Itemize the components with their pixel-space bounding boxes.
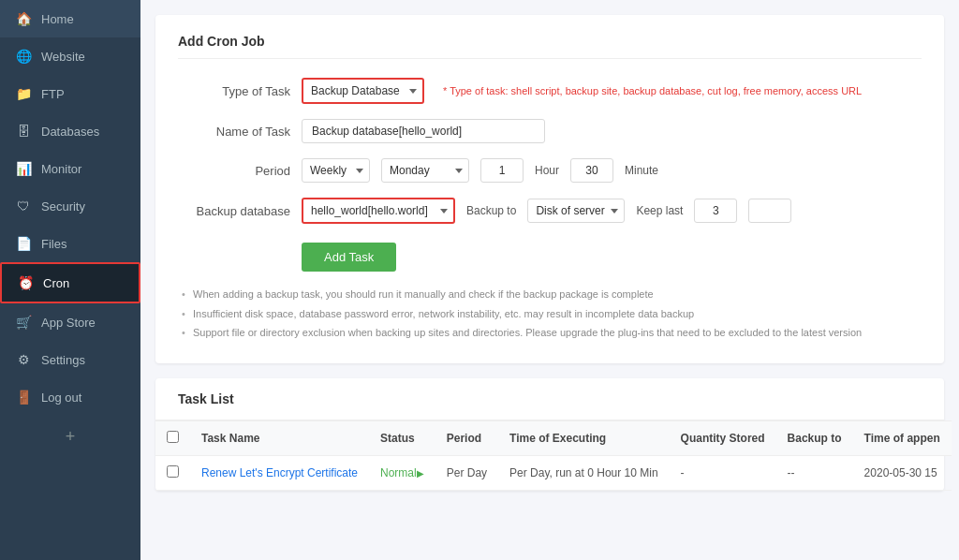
row-time-executing: Per Day, run at 0 Hour 10 Min (498, 455, 670, 490)
sidebar-item-appstore[interactable]: 🛒 App Store (0, 303, 140, 341)
sidebar-label-cron: Cron (43, 276, 69, 290)
name-of-task-row: Name of Task (178, 119, 922, 143)
sidebar-label-settings: Settings (41, 353, 85, 367)
sidebar-item-security[interactable]: 🛡 Security (0, 187, 140, 225)
ftp-icon: 📁 (15, 86, 32, 101)
period-minute-input[interactable] (570, 158, 613, 183)
sidebar-item-settings[interactable]: ⚙ Settings (0, 341, 140, 378)
keep-last-input[interactable] (694, 199, 737, 223)
backup-db-select-wrapper[interactable]: hello_world[hello.world] (302, 198, 455, 224)
sidebar-label-home: Home (41, 12, 74, 26)
backup-to-select[interactable]: Disk of server FTP AWS S3 (527, 199, 625, 223)
period-minute-label: Minute (625, 164, 658, 177)
table-header-row: Task NameStatusPeriodTime of ExecutingQu… (155, 420, 952, 455)
sidebar: 🏠 Home 🌐 Website 📁 FTP 🗄 Databases 📊 Mon… (0, 0, 140, 560)
logout-icon: 🚪 (15, 390, 32, 405)
keep-last-extra-input[interactable] (748, 199, 791, 223)
backup-to-label: Backup to (466, 204, 516, 217)
table-row: Renew Let's Encrypt Certificate Normal▶ … (155, 455, 952, 490)
note-item: Support file or directory exclusion when… (182, 325, 922, 341)
sidebar-label-appstore: App Store (41, 316, 96, 330)
cron-icon: ⏰ (17, 275, 34, 290)
backup-db-select[interactable]: hello_world[hello.world] (303, 199, 453, 222)
sidebar-item-website[interactable]: 🌐 Website (0, 37, 140, 75)
security-icon: 🛡 (15, 199, 32, 214)
appstore-icon: 🛒 (15, 315, 32, 330)
notes-list: When adding a backup task, you should ru… (178, 287, 922, 341)
files-icon: 📄 (15, 236, 32, 251)
sidebar-item-logout[interactable]: 🚪 Log out (0, 378, 140, 416)
sidebar-label-databases: Databases (41, 125, 99, 139)
period-weekly-select[interactable]: Weekly Daily Monthly (302, 158, 370, 183)
type-of-task-note: * Type of task: shell script, backup sit… (443, 85, 862, 96)
period-row: Period Weekly Daily Monthly Monday Tuesd… (178, 158, 922, 183)
table-header-0 (155, 420, 190, 455)
monitor-icon: 📊 (15, 161, 32, 176)
home-icon: 🏠 (15, 11, 32, 26)
add-task-button[interactable]: Add Task (302, 243, 396, 272)
period-hour-label: Hour (535, 164, 559, 177)
settings-icon: ⚙ (15, 352, 32, 367)
keep-last-label: Keep last (636, 204, 683, 217)
sidebar-item-cron[interactable]: ⏰ Cron (0, 262, 140, 303)
row-checkbox[interactable] (167, 465, 179, 478)
row-quantity-stored: - (670, 455, 776, 490)
note-item: When adding a backup task, you should ru… (182, 287, 922, 302)
period-label: Period (178, 164, 290, 178)
sidebar-label-website: Website (41, 50, 85, 64)
table-body: Renew Let's Encrypt Certificate Normal▶ … (155, 455, 952, 490)
period-day-select[interactable]: Monday Tuesday Wednesday Thursday Friday… (381, 158, 469, 183)
task-list-title: Task List (155, 378, 944, 420)
row-backup-to: -- (776, 455, 853, 490)
row-checkbox-cell[interactable] (155, 455, 190, 490)
main-content: Add Cron Job Type of Task Backup Databas… (140, 0, 959, 560)
databases-icon: 🗄 (15, 124, 32, 139)
type-of-task-label: Type of Task (178, 84, 290, 98)
add-cron-job-panel: Add Cron Job Type of Task Backup Databas… (155, 15, 944, 363)
sidebar-label-security: Security (41, 199, 85, 214)
sidebar-add-button[interactable]: + (0, 416, 140, 458)
table-header-6: Backup to (776, 420, 853, 455)
backup-database-row: Backup database hello_world[hello.world]… (178, 198, 922, 224)
task-list-panel: Task List Task NameStatusPeriodTime of E… (155, 378, 944, 491)
table-header-5: Quantity Stored (670, 420, 776, 455)
sidebar-label-files: Files (41, 237, 66, 251)
sidebar-label-monitor: Monitor (41, 162, 81, 176)
table-header-1: Task Name (190, 420, 369, 455)
note-item: Insufficient disk space, database passwo… (182, 306, 922, 322)
sidebar-item-databases[interactable]: 🗄 Databases (0, 112, 140, 150)
name-of-task-input[interactable] (302, 119, 545, 143)
sidebar-item-monitor[interactable]: 📊 Monitor (0, 150, 140, 187)
table-header-7: Time of appen (853, 420, 952, 455)
name-of-task-label: Name of Task (178, 125, 290, 139)
website-icon: 🌐 (15, 49, 32, 64)
task-table: Task NameStatusPeriodTime of ExecutingQu… (155, 420, 952, 491)
row-period: Per Day (435, 455, 498, 490)
table-header-4: Time of Executing (498, 420, 670, 455)
sidebar-item-home[interactable]: 🏠 Home (0, 0, 140, 37)
table-header-2: Status (369, 420, 435, 455)
sidebar-label-logout: Log out (41, 391, 81, 405)
select-all-checkbox[interactable] (167, 431, 179, 443)
sidebar-item-files[interactable]: 📄 Files (0, 225, 140, 262)
row-status: Normal▶ (369, 455, 435, 490)
type-of-task-row: Type of Task Backup Database Shell Scrip… (178, 78, 922, 104)
sidebar-item-ftp[interactable]: 📁 FTP (0, 75, 140, 112)
add-task-row: Add Task (178, 239, 922, 272)
row-time-append: 2020-05-30 15 (853, 455, 952, 490)
type-of-task-select[interactable]: Backup Database Shell Script Backup Site… (303, 80, 422, 102)
add-cron-job-title: Add Cron Job (178, 34, 922, 59)
type-of-task-select-wrapper[interactable]: Backup Database Shell Script Backup Site… (302, 78, 424, 104)
period-hour-input[interactable] (480, 158, 524, 183)
table-header-3: Period (435, 420, 498, 455)
row-task-name: Renew Let's Encrypt Certificate (190, 455, 369, 490)
backup-database-label: Backup database (178, 204, 290, 218)
sidebar-label-ftp: FTP (41, 87, 65, 101)
